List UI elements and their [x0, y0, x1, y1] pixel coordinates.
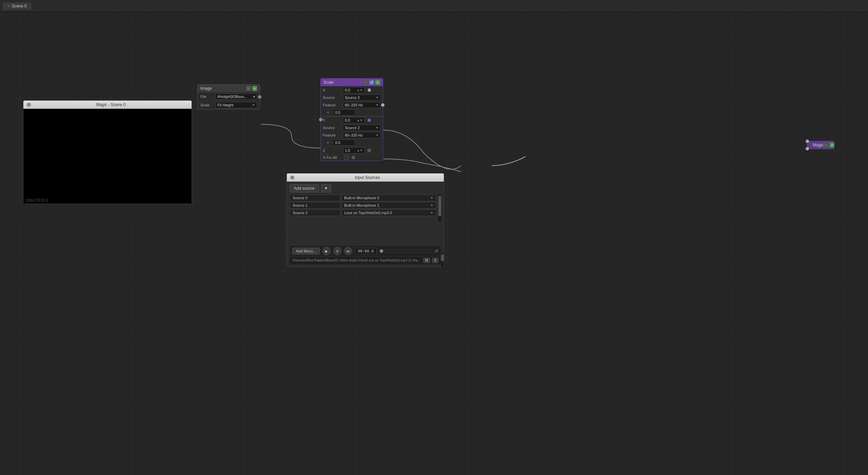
- node-scale-title: Scale: [323, 80, 334, 85]
- source-1-name[interactable]: Source 1: [290, 202, 340, 209]
- scale-z-label: Z: [323, 148, 341, 152]
- mute-button[interactable]: M: [423, 258, 430, 263]
- source-0-value[interactable]: Built-in Microphone 0 ▼: [341, 194, 436, 201]
- node-image-controls: − +: [246, 86, 257, 91]
- preview-window: Magic - Scene 0 1280×720 52.0: [23, 100, 192, 204]
- source-1-value[interactable]: Built-in Microphone 1 ▼: [341, 202, 436, 209]
- sync-button[interactable]: ↺: [434, 248, 438, 254]
- node-image: Image − + File #Hotgirl(IGBoun... ◀ Scal…: [197, 84, 260, 109]
- scale-y-input[interactable]: 0.0 ▲▼: [343, 117, 365, 123]
- scale-y-eq-symbol: =: [327, 141, 329, 145]
- tab-close-icon[interactable]: ×: [7, 4, 9, 8]
- scale-y-source-value[interactable]: Source 2 ▼: [343, 125, 381, 131]
- node-scale: Scale − ↺ + X 0.0 ▲▼ ⛓ Source Source 2: [320, 78, 383, 161]
- scale-x-eq-row: = 0.0: [321, 109, 383, 116]
- node-image-scale-row: Scale Fit Height ▼: [198, 101, 260, 109]
- scale-x-row: X 0.0 ▲▼ ⛓: [321, 86, 383, 94]
- traffic-light: [27, 103, 31, 107]
- scale-x-input[interactable]: 0.0 ▲▼: [343, 87, 365, 93]
- scale-y-feature-row: Feature 80–320 Hz ▼: [321, 131, 383, 139]
- node-image-output-connector: [258, 95, 261, 99]
- play-button[interactable]: ▶: [322, 247, 331, 255]
- scale-x-source-value[interactable]: Source 2 ▼: [343, 95, 381, 101]
- tab-bar: × Scene 0: [0, 0, 868, 12]
- scale-x-feature-label: Feature: [323, 103, 341, 107]
- scale-y-source-label: Source: [323, 126, 341, 130]
- source-2-value[interactable]: Love on Top(#HotGirl).mp3 0 ▼: [341, 209, 436, 216]
- solo-button[interactable]: S: [432, 258, 438, 263]
- source-row-0: Source 0 Built-in Microphone 0 ▼: [290, 194, 436, 201]
- skip-button[interactable]: ⏮: [344, 247, 352, 255]
- filepath-bar: /Volumes/Red Raider/Mixes/IG Video Audio…: [290, 256, 441, 264]
- scale-xforall-link-btn[interactable]: [352, 156, 355, 159]
- node-scale-controls: − ↺ +: [363, 80, 380, 85]
- scene-tab[interactable]: × Scene 0: [3, 2, 31, 10]
- node-image-title: Image: [200, 86, 212, 91]
- node-magic-header[interactable]: Magic − +: [807, 141, 834, 149]
- pause-button[interactable]: ⏸: [333, 247, 341, 255]
- add-source-button[interactable]: Add source: [290, 184, 319, 192]
- scale-x-label: X: [323, 88, 341, 92]
- node-image-file-value[interactable]: #Hotgirl(IGBoun... ◀: [215, 94, 257, 100]
- preview-content: 1280×720 52.0: [23, 109, 192, 204]
- node-scale-minus-btn[interactable]: −: [363, 80, 368, 85]
- input-sources-title: Input Sources: [294, 175, 440, 180]
- node-magic: Magic − +: [807, 141, 834, 149]
- sources-scrollbar[interactable]: [438, 194, 441, 222]
- scale-y-feature-value[interactable]: 80–320 Hz ▼: [343, 132, 381, 138]
- scale-y-source-row: Source Source 2 ▼: [321, 124, 383, 131]
- node-magic-plus-btn[interactable]: +: [830, 143, 834, 147]
- bottom-scrollbar-thumb[interactable]: [441, 254, 444, 261]
- add-source-dropdown-btn[interactable]: ▼: [321, 184, 331, 192]
- bottom-scrollbar[interactable]: [440, 253, 444, 267]
- scale-xforall-checkbox[interactable]: [344, 155, 349, 160]
- scale-x-eq-value[interactable]: 0.0: [333, 109, 355, 116]
- filepath-text: /Volumes/Red Raider/Mixes/IG Video Audio…: [292, 259, 421, 262]
- magic-bottom-connector: [806, 147, 809, 150]
- node-scale-header[interactable]: Scale − ↺ +: [321, 79, 383, 86]
- scale-x-feature-row: Feature 80–320 Hz ▼: [321, 101, 383, 109]
- node-magic-minus-btn[interactable]: −: [824, 143, 828, 147]
- node-image-file-row: File #Hotgirl(IGBoun... ◀: [198, 92, 260, 101]
- node-image-plus-btn[interactable]: +: [252, 86, 257, 91]
- tab-title: Scene 0: [12, 4, 26, 8]
- progress-knob[interactable]: [380, 249, 383, 253]
- scrollbar-thumb[interactable]: [438, 196, 441, 216]
- node-image-scale-arrow: ▼: [252, 103, 255, 107]
- scale-z-input[interactable]: 1.0 ▲▼: [343, 147, 365, 153]
- scale-y-eq-row: = 0.0: [321, 139, 383, 146]
- add-files-button[interactable]: Add file(s)...: [292, 248, 320, 254]
- sources-list-container: Source 0 Built-in Microphone 0 ▼ Source …: [290, 194, 441, 216]
- scale-y-feature-label: Feature: [323, 133, 341, 137]
- canvas-area: Magic - Scene 0 1280×720 52.0 Image − + …: [0, 12, 868, 475]
- scale-x-link-btn[interactable]: ⛓: [368, 88, 371, 92]
- magic-top-connector: [806, 140, 809, 143]
- scale-xforall-label: X For All: [323, 156, 341, 160]
- node-image-header[interactable]: Image − +: [198, 85, 260, 92]
- scale-z-link-btn[interactable]: [368, 149, 371, 152]
- node-image-scale-value[interactable]: Fit Height ▼: [215, 102, 257, 108]
- node-image-minus-btn[interactable]: −: [246, 86, 251, 91]
- scale-x-feature-value[interactable]: 80–320 Hz ▼: [343, 102, 381, 108]
- preview-titlebar: Magic - Scene 0: [23, 101, 192, 109]
- preview-title: Magic - Scene 0: [34, 102, 188, 107]
- source-row-2: Source 2 Love on Top(#HotGirl).mp3 0 ▼: [290, 209, 436, 216]
- scale-output-connector: [381, 103, 384, 107]
- source-2-name[interactable]: Source 2: [290, 209, 340, 216]
- node-magic-title: Magic: [813, 143, 824, 147]
- add-source-row: Add source ▼: [290, 184, 441, 192]
- transport-bar: Add file(s)... ▶ ⏸ ⏮ 00:00.0 ↺: [290, 245, 441, 256]
- scale-y-link-btn[interactable]: [368, 119, 371, 122]
- source-0-name[interactable]: Source 0: [290, 194, 340, 201]
- scale-x-eq-symbol: =: [327, 110, 329, 115]
- time-display: 00:00.0: [355, 248, 377, 254]
- node-scale-reload-btn[interactable]: ↺: [369, 80, 374, 85]
- progress-bar[interactable]: [379, 250, 432, 252]
- input-sources-titlebar: Input Sources: [287, 173, 444, 182]
- node-scale-plus-btn[interactable]: +: [375, 80, 380, 85]
- sources-spacer: [290, 217, 441, 244]
- scale-x-source-row: Source Source 2 ▼: [321, 94, 383, 101]
- scale-y-eq-value[interactable]: 0.0: [333, 140, 355, 146]
- scale-y-row: Y 0.0 ▲▼: [321, 116, 383, 124]
- node-image-file-arrow: ◀: [253, 95, 255, 98]
